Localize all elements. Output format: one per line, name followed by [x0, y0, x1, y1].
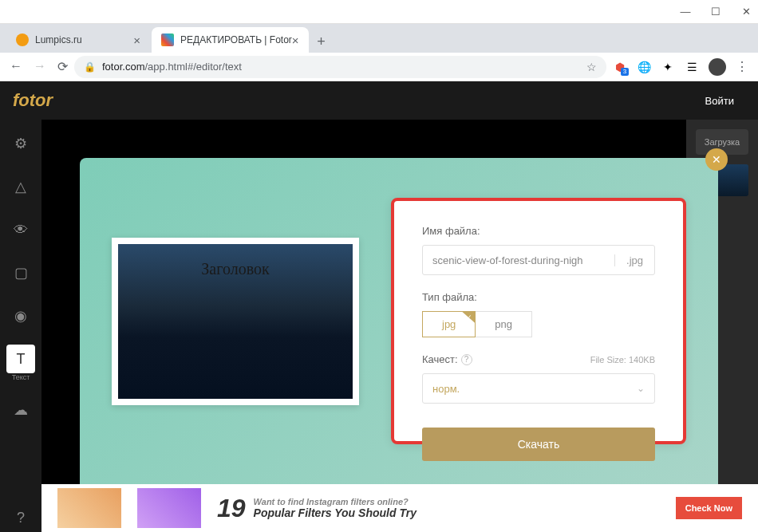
- filename-label: Имя файла:: [422, 225, 655, 237]
- close-tab-icon[interactable]: ×: [292, 33, 299, 47]
- login-button[interactable]: Войти: [694, 90, 745, 112]
- chevron-down-icon: ⌄: [637, 383, 645, 394]
- banner-line2: Popular Filters You Should Try: [254, 506, 417, 519]
- app-header: fotor Войти: [0, 81, 758, 120]
- maximize-button[interactable]: ☐: [710, 6, 721, 18]
- promo-banner: 19 Want to find Instagram filters online…: [41, 484, 758, 532]
- url-path: /app.html#/editor/text: [144, 61, 241, 73]
- url-input[interactable]: 🔒 fotor.com/app.html#/editor/text ☆: [74, 56, 606, 78]
- text-tool-icon[interactable]: T: [6, 345, 35, 373]
- quality-value: норм.: [432, 383, 460, 395]
- fotor-logo[interactable]: fotor: [13, 90, 53, 111]
- profile-avatar[interactable]: [709, 58, 726, 76]
- back-button[interactable]: ←: [10, 59, 22, 74]
- extension-adblock-icon[interactable]: ⬢: [613, 60, 627, 74]
- download-button[interactable]: Скачать: [422, 428, 655, 461]
- effects-icon[interactable]: △: [6, 172, 35, 201]
- tab-title: Lumpics.ru: [35, 34, 82, 45]
- extensions-icon[interactable]: ✦: [661, 60, 675, 74]
- favicon-icon: [16, 33, 29, 46]
- filetype-jpg-button[interactable]: jpg: [422, 311, 476, 337]
- banner-line1: Want to find Instagram filters online?: [254, 497, 417, 506]
- favicon-icon: [161, 33, 174, 46]
- preview-title-text: Заголовок: [201, 260, 269, 278]
- quality-select[interactable]: норм. ⌄: [422, 373, 655, 404]
- text-tool-label: Текст: [12, 373, 30, 381]
- close-modal-icon[interactable]: ✕: [705, 148, 728, 171]
- quality-label: Качест:: [422, 353, 458, 365]
- stickers-icon[interactable]: ◉: [6, 301, 35, 330]
- help-icon[interactable]: ?: [461, 354, 472, 365]
- minimize-button[interactable]: —: [680, 6, 691, 18]
- help-icon[interactable]: ?: [6, 503, 35, 532]
- tab-fotor[interactable]: РЕДАКТИРОВАТЬ | Fotor ×: [152, 27, 309, 53]
- reading-list-icon[interactable]: ☰: [685, 60, 699, 74]
- banner-number: 19: [217, 494, 246, 523]
- frames-icon[interactable]: ▢: [6, 258, 35, 287]
- beauty-icon[interactable]: 👁: [6, 215, 35, 244]
- left-toolbar: ⚙ △ 👁 ▢ ◉ T Текст ☁ ?: [0, 120, 41, 532]
- preview-image: Заголовок: [118, 244, 353, 399]
- lock-icon: 🔒: [84, 61, 96, 73]
- tab-lumpics[interactable]: Lumpics.ru ×: [6, 27, 150, 53]
- address-bar: ← → ⟳ 🔒 fotor.com/app.html#/editor/text …: [0, 53, 758, 81]
- filename-extension: .jpg: [614, 254, 654, 266]
- new-tab-button[interactable]: +: [310, 30, 333, 53]
- export-panel: Имя файла: .jpg Тип файла: jpg png Ка: [391, 198, 686, 444]
- file-size-text: File Size: 140KB: [590, 355, 655, 365]
- extension-globe-icon[interactable]: 🌐: [637, 60, 651, 74]
- filetype-label: Тип файла:: [422, 291, 655, 303]
- reload-button[interactable]: ⟳: [57, 59, 68, 74]
- bookmark-icon[interactable]: ☆: [586, 61, 597, 73]
- menu-button[interactable]: ⋮: [736, 59, 748, 74]
- adjust-icon[interactable]: ⚙: [6, 129, 35, 158]
- tab-title: РЕДАКТИРОВАТЬ | Fotor: [180, 34, 292, 45]
- banner-image: [137, 488, 201, 528]
- filetype-png-button[interactable]: png: [476, 311, 532, 337]
- url-domain: fotor.com: [102, 61, 144, 73]
- cloud-icon[interactable]: ☁: [6, 396, 35, 424]
- filename-input[interactable]: [423, 254, 614, 266]
- close-window-button[interactable]: ✕: [740, 6, 752, 18]
- forward-button[interactable]: →: [34, 59, 46, 74]
- check-now-button[interactable]: Check Now: [676, 497, 742, 519]
- close-tab-icon[interactable]: ×: [133, 33, 140, 47]
- banner-image: [57, 488, 121, 528]
- preview-box: Заголовок: [112, 238, 359, 405]
- export-modal: ✕ Заголовок Имя файла: .jpg Тип файла:: [80, 158, 718, 484]
- tabs-bar: Lumpics.ru × РЕДАКТИРОВАТЬ | Fotor × +: [0, 24, 758, 53]
